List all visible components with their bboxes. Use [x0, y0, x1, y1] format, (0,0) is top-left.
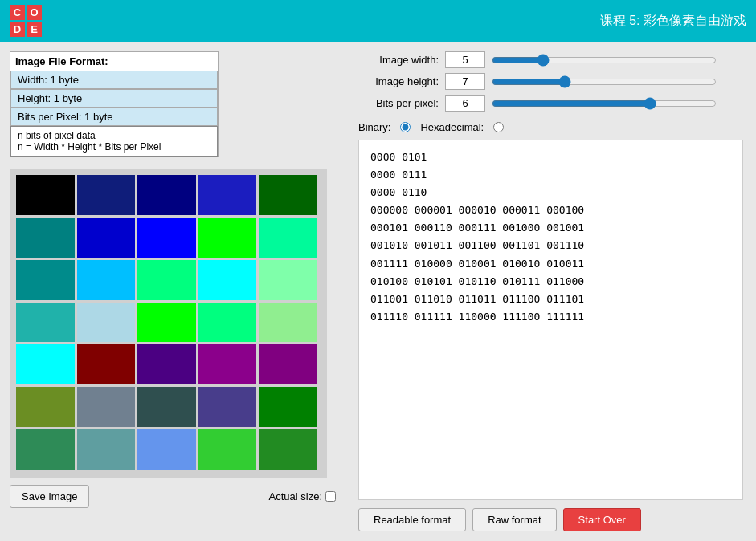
bpp-input[interactable]: [445, 95, 485, 112]
color-grid-container: [10, 169, 327, 478]
height-label: Image height:: [358, 75, 439, 87]
color-cell[interactable]: [137, 429, 196, 470]
actual-size-text: Actual size:: [269, 490, 322, 502]
left-panel: Image File Format: Width: 1 byte Height:…: [0, 42, 345, 541]
color-cell[interactable]: [198, 344, 257, 384]
logo-o: O: [27, 5, 42, 20]
height-input[interactable]: [445, 73, 485, 90]
color-cell[interactable]: [16, 175, 75, 215]
color-cell[interactable]: [137, 344, 196, 384]
color-cell[interactable]: [16, 344, 75, 384]
main-layout: Image File Format: Width: 1 byte Height:…: [0, 42, 756, 541]
logo: C O D E: [10, 5, 42, 37]
color-cell[interactable]: [137, 303, 196, 343]
logo-e: E: [27, 22, 42, 37]
color-cell[interactable]: [198, 303, 257, 343]
readable-format-button[interactable]: Readable format: [358, 508, 466, 531]
width-control-row: Image width:: [358, 51, 743, 68]
hexadecimal-radio[interactable]: [493, 122, 504, 132]
color-cell[interactable]: [198, 260, 257, 300]
format-title: Image File Format:: [10, 52, 218, 71]
color-cell[interactable]: [198, 387, 257, 427]
color-cell[interactable]: [259, 303, 317, 343]
bottom-buttons: Readable format Raw format Start Over: [358, 508, 743, 531]
color-cell[interactable]: [77, 218, 136, 258]
color-cell[interactable]: [137, 218, 196, 258]
radio-row: Binary: Hexadecimal:: [358, 121, 743, 133]
color-cell[interactable]: [259, 218, 317, 258]
width-slider[interactable]: [492, 54, 717, 67]
height-slider[interactable]: [492, 75, 717, 88]
format-desc-line1: n bits of pixel data: [18, 130, 210, 141]
format-box: Image File Format: Width: 1 byte Height:…: [10, 51, 219, 157]
logo-d: D: [10, 22, 25, 37]
actual-size-label: Actual size:: [269, 490, 336, 502]
hexadecimal-label: Hexadecimal:: [420, 121, 484, 133]
width-label: Image width:: [358, 54, 439, 66]
color-cell[interactable]: [77, 344, 136, 384]
format-row-bpp: Bits per Pixel: 1 byte: [10, 108, 218, 126]
color-cell[interactable]: [16, 387, 75, 427]
bpp-label: Bits per pixel:: [358, 97, 439, 109]
height-control-row: Image height:: [358, 73, 743, 90]
color-grid: [16, 175, 317, 472]
format-row-height: Height: 1 byte: [10, 89, 218, 108]
right-panel: Image width: Image height: Bits per pixe…: [345, 42, 756, 541]
header-title: 课程 5: 彩色像素自由游戏: [600, 13, 746, 30]
controls: Image width: Image height: Bits per pixe…: [358, 51, 743, 112]
color-cell[interactable]: [16, 260, 75, 300]
color-cell[interactable]: [259, 344, 317, 384]
binary-radio[interactable]: [400, 122, 411, 132]
actual-size-checkbox[interactable]: [325, 491, 336, 502]
color-cell[interactable]: [77, 429, 136, 470]
color-cell[interactable]: [198, 218, 257, 258]
color-cell[interactable]: [16, 429, 75, 470]
color-cell[interactable]: [259, 260, 317, 300]
color-cell[interactable]: [77, 260, 136, 300]
header: C O D E 课程 5: 彩色像素自由游戏: [0, 0, 756, 42]
save-image-button[interactable]: Save Image: [10, 485, 89, 508]
binary-display: 0000 0101 0000 0111 0000 0110 000000 000…: [358, 140, 743, 500]
color-cell[interactable]: [259, 429, 317, 470]
raw-format-button[interactable]: Raw format: [472, 508, 556, 531]
bpp-control-row: Bits per pixel:: [358, 95, 743, 112]
color-cell[interactable]: [137, 387, 196, 427]
logo-c: C: [10, 5, 25, 20]
width-input[interactable]: [445, 51, 485, 68]
bpp-slider[interactable]: [492, 97, 717, 110]
format-description: n bits of pixel data n = Width * Height …: [10, 126, 218, 157]
color-cell[interactable]: [16, 303, 75, 343]
format-row-width: Width: 1 byte: [10, 71, 218, 89]
left-bottom: Save Image Actual size:: [10, 485, 336, 508]
color-cell[interactable]: [16, 218, 75, 258]
binary-label: Binary:: [358, 121, 390, 133]
color-cell[interactable]: [198, 429, 257, 470]
color-cell[interactable]: [259, 175, 317, 215]
color-cell[interactable]: [259, 387, 317, 427]
color-cell[interactable]: [77, 303, 136, 343]
color-cell[interactable]: [77, 387, 136, 427]
color-cell[interactable]: [137, 175, 196, 215]
start-over-button[interactable]: Start Over: [563, 508, 641, 531]
color-cell[interactable]: [198, 175, 257, 215]
color-cell[interactable]: [137, 260, 196, 300]
format-desc-line2: n = Width * Height * Bits per Pixel: [18, 141, 210, 153]
color-cell[interactable]: [77, 175, 136, 215]
